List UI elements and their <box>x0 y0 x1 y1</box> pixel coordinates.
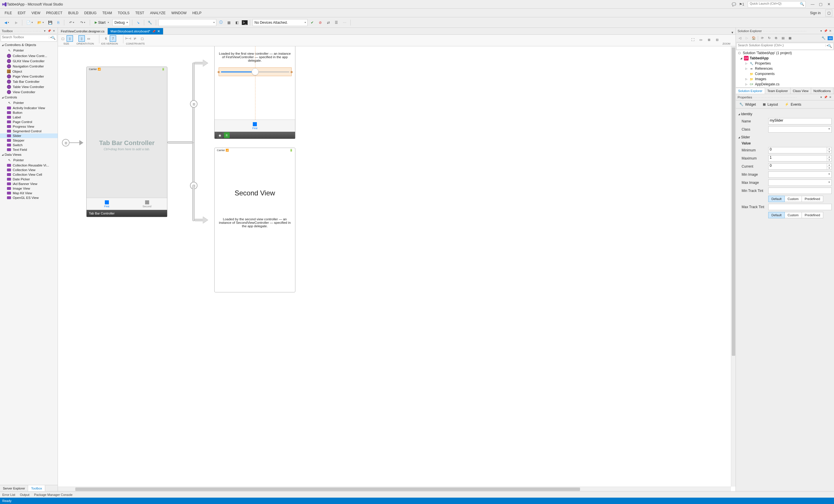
toolbox-item[interactable]: Navigation Controller <box>0 64 58 69</box>
exit-icon[interactable]: ⎘ <box>224 132 229 138</box>
toolbox-item[interactable]: Table View Controller <box>0 84 58 89</box>
toolbox-item[interactable]: View Controller <box>0 89 58 95</box>
search-icon[interactable]: 🔍 <box>800 2 804 6</box>
seg-default-2[interactable]: Default <box>768 212 785 218</box>
menu-view[interactable]: VIEW <box>29 10 43 16</box>
toolbox-button[interactable]: 🔧 <box>147 19 153 26</box>
size-regular-button[interactable]: ▯ <box>67 35 73 42</box>
menu-test[interactable]: TEST <box>132 10 147 16</box>
maximize-button[interactable]: ▢ <box>817 1 824 7</box>
tab-toolbox[interactable]: Toolbox <box>28 485 45 491</box>
undo-button[interactable]: ↶ <box>67 19 76 26</box>
pin-icon[interactable]: 📌 <box>47 29 51 33</box>
toolbox-item[interactable]: GLKit View Controller <box>0 59 58 64</box>
menu-team[interactable]: TEAM <box>99 10 115 16</box>
toolbox-item[interactable]: Label <box>0 115 58 119</box>
info-button[interactable]: ⓘ <box>218 19 224 26</box>
toolbox-item[interactable]: Progress View <box>0 124 58 129</box>
se-collapse-button[interactable]: ⧉ <box>773 35 779 41</box>
config-dropdown[interactable]: Debug▾ <box>112 19 129 26</box>
spin-down[interactable]: ▼ <box>827 151 831 154</box>
solution-tree[interactable]: ⎔Solution 'TabbedApp' (1 project) ◢C#Tab… <box>736 50 834 87</box>
nav-forward-button[interactable]: ▶ <box>13 19 20 26</box>
start-button[interactable]: ▶Start▾ <box>92 19 111 26</box>
panel-close-icon[interactable]: ✕ <box>828 29 832 33</box>
first-tab[interactable]: First <box>215 120 295 132</box>
toolbox-item[interactable]: Pointer <box>0 157 58 163</box>
tab-second[interactable]: Second <box>127 198 167 210</box>
input-maximum[interactable]: ▲▼ <box>768 155 832 162</box>
segue-first[interactable]: ▥ <box>190 100 197 108</box>
panel-close-icon[interactable]: ✕ <box>828 95 832 99</box>
input-class[interactable] <box>768 126 832 133</box>
menu-project[interactable]: PROJECT <box>43 10 65 16</box>
minimize-button[interactable]: — <box>809 1 816 7</box>
sync-icon[interactable]: ⇄ <box>325 19 332 26</box>
tab-first[interactable]: First <box>87 198 127 210</box>
se-properties-button[interactable]: ▦ <box>787 35 793 41</box>
se-home-button[interactable]: 🏠 <box>751 35 757 41</box>
seg-custom-2[interactable]: Custom <box>785 212 802 218</box>
toolbox-search[interactable]: ▾ 🔍 <box>1 35 57 42</box>
prop-tab-layout[interactable]: ▦Layout <box>759 100 781 108</box>
platform-dropdown[interactable] <box>158 19 216 26</box>
tab-bar-controller-scene[interactable]: Carrier 📶🔋 Tab Bar Controller Ctrl+drag … <box>86 67 168 217</box>
pin-icon[interactable]: 📌 <box>824 29 828 33</box>
toolbox-item[interactable]: Stepper <box>0 138 58 143</box>
toolbox-tree[interactable]: Controllers & ObjectsPointerCollection V… <box>0 42 58 485</box>
close-icon[interactable]: ✕ <box>157 29 160 33</box>
input-min-image[interactable] <box>768 171 832 178</box>
input-max-image[interactable] <box>768 180 832 186</box>
menu-analyze[interactable]: ANALYZE <box>147 10 169 16</box>
ios7-button[interactable]: 7 <box>110 35 116 42</box>
swatch-min-tint[interactable] <box>768 188 832 194</box>
toolbox-item[interactable]: Collection View Contr... <box>0 53 58 59</box>
pin-icon[interactable]: 📌 <box>824 95 828 99</box>
feedback-icon[interactable]: 💬 <box>732 2 736 6</box>
prop-tab-widget[interactable]: 🔧Widget <box>736 100 759 108</box>
cancel-icon[interactable]: ⊘ <box>317 19 324 26</box>
toolbox-group[interactable]: Controllers & Objects <box>0 42 58 47</box>
toolbox-item[interactable]: Button <box>0 110 58 115</box>
menu-debug[interactable]: DEBUG <box>81 10 100 16</box>
se-preview-button[interactable]: ▭ <box>828 36 833 40</box>
tab-class-view[interactable]: Class View <box>791 88 811 94</box>
menu-tools[interactable]: TOOLS <box>115 10 132 16</box>
menu-file[interactable]: FILE <box>2 10 15 16</box>
ok-icon[interactable]: ✔ <box>309 19 316 26</box>
pin-icon[interactable]: 📌 <box>152 30 155 33</box>
seg-predefined-2[interactable]: Predefined <box>802 212 823 218</box>
size-compact-button[interactable]: ▢ <box>60 35 66 42</box>
first-view-scene[interactable]: Loaded by the first view controller — an… <box>214 46 295 139</box>
toolbox-item[interactable]: OpenGL ES View <box>0 196 58 200</box>
tab-solution-explorer[interactable]: Solution Explorer <box>736 88 765 94</box>
spin-up[interactable]: ▲ <box>827 156 831 159</box>
zoom-out-button[interactable]: ⊟ <box>714 37 720 43</box>
toolbox-item[interactable]: Map Kit View <box>0 191 58 196</box>
nav-back-button[interactable]: ◀ <box>2 19 12 26</box>
device-dropdown[interactable]: No Devices Attached. <box>253 19 308 26</box>
seg-default[interactable]: Default <box>768 196 785 202</box>
toolbox-item[interactable]: Collection View Cell <box>0 172 58 177</box>
tab-team-explorer[interactable]: Team Explorer <box>765 88 791 94</box>
quick-launch-input[interactable] <box>750 2 799 5</box>
toolbox-item[interactable]: Activity Indicator View <box>0 106 58 110</box>
constraint-2-button[interactable]: ⊬ <box>132 35 138 42</box>
menu-build[interactable]: BUILD <box>65 10 81 16</box>
slider-thumb[interactable] <box>251 68 259 75</box>
input-minimum[interactable]: ▲▼ <box>768 147 832 154</box>
tab-pmc[interactable]: Package Manager Console <box>34 493 73 497</box>
panel-dropdown-icon[interactable]: ▾ <box>819 29 823 33</box>
sign-in-link[interactable]: Sign in <box>807 10 824 16</box>
toolbox-item[interactable]: Pointer <box>0 47 58 53</box>
search-icon[interactable]: 🔍 <box>828 44 832 48</box>
toolbox-item[interactable]: Segmented Control <box>0 129 58 134</box>
toolbox-item[interactable]: Date Picker <box>0 177 58 182</box>
se-search-input[interactable] <box>738 43 827 47</box>
menu-help[interactable]: HELP <box>190 10 204 16</box>
toolbox-item[interactable]: Collection Reusable Vi... <box>0 163 58 168</box>
toolbox-item[interactable]: iAd Banner View <box>0 182 58 186</box>
ios6-button[interactable]: 6 <box>103 35 109 42</box>
prop-tab-events[interactable]: ⚡Events <box>781 100 805 108</box>
toolbox-item[interactable]: Page Control <box>0 119 58 124</box>
